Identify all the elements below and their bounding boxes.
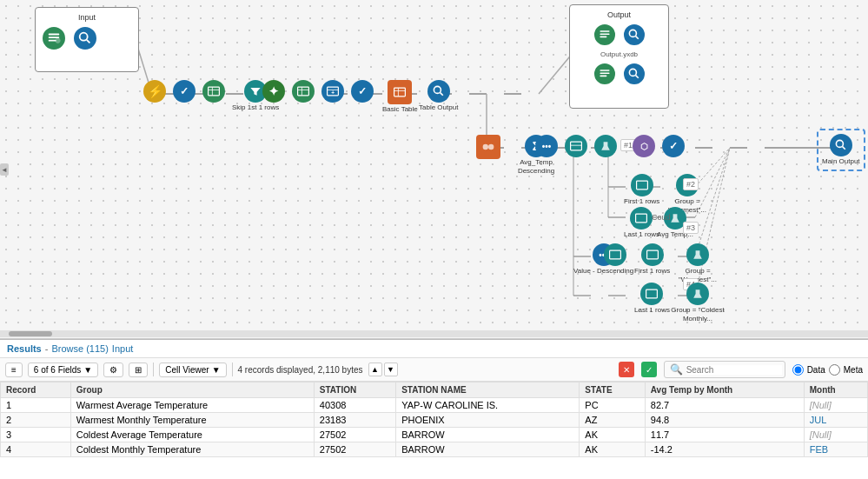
table-cell: 82.7 <box>645 398 804 413</box>
lab-node-4[interactable]: Group = "Warmest"... <box>667 243 728 283</box>
data-radio[interactable] <box>792 364 804 376</box>
svg-rect-64 <box>298 87 309 96</box>
table-cell: PC <box>580 398 645 413</box>
select-node-2[interactable] <box>604 243 626 266</box>
table-row: 4Coldest Monthly Temperature27502BARROWA… <box>1 442 868 457</box>
last1-node-b[interactable]: Last 1 rows <box>634 283 670 315</box>
svg-rect-52 <box>600 33 609 35</box>
table-header-row: Record Group STATION STATION NAME STATE … <box>1 383 868 398</box>
canvas-scrollbar[interactable] <box>0 330 868 337</box>
last1-label-b: Last 1 rows <box>634 306 670 315</box>
results-toolbar: ≡ 6 of 6 Fields ▼ ⚙ ⊞ Cell Viewer ▼ 4 re… <box>0 358 868 382</box>
output-box-title: Output <box>575 10 663 19</box>
lab-node-5[interactable]: Group = "Coldest Monthly... <box>667 283 728 323</box>
search-box[interactable]: 🔍 <box>664 361 785 378</box>
menu-icon[interactable]: ≡ <box>5 363 23 377</box>
output-browse2-icon[interactable] <box>622 62 646 86</box>
meta-radio[interactable] <box>829 364 840 376</box>
check-node-right[interactable]: ✓ <box>662 135 685 157</box>
th-record: Record <box>1 383 71 398</box>
table-cell: AZ <box>580 413 645 428</box>
union-node[interactable] <box>476 135 500 159</box>
table-cell: 94.8 <box>645 413 804 428</box>
svg-rect-77 <box>571 142 582 150</box>
divider-1 <box>153 363 154 376</box>
fields-dropdown[interactable]: 6 of 6 Fields ▼ <box>28 363 98 377</box>
table-cell: 11.7 <box>645 428 804 442</box>
th-station-name: STATION NAME <box>396 383 580 398</box>
first1-label-b: First 1 rows <box>634 267 670 276</box>
table-node-1[interactable] <box>202 80 225 103</box>
table-node-2[interactable] <box>292 80 315 103</box>
svg-rect-61 <box>209 87 220 96</box>
nav-arrows: ▲ ▼ <box>368 363 398 376</box>
output-filename: Output.yxdb <box>575 50 663 58</box>
browse-node-top[interactable]: Table Output <box>419 80 458 112</box>
output-read2-icon[interactable] <box>593 62 617 86</box>
svg-rect-70 <box>394 88 406 96</box>
data-radio-group: Data Meta <box>792 364 863 376</box>
input-node-icon[interactable] <box>41 25 67 51</box>
trigger-node[interactable]: ⚡ <box>143 80 166 103</box>
scrollbar-thumb[interactable] <box>9 331 52 336</box>
lab-node-1[interactable] <box>594 135 617 157</box>
settings-icon[interactable]: ⚙ <box>103 363 123 377</box>
svg-rect-84 <box>646 250 658 259</box>
svg-line-50 <box>87 40 90 43</box>
down-arrow-btn[interactable]: ▼ <box>384 363 398 376</box>
search-input[interactable] <box>686 365 782 375</box>
last1-node-a[interactable]: Last 1 rows <box>624 207 659 239</box>
table-cell: 23183 <box>314 413 395 428</box>
orange-table-node[interactable]: Basic Table <box>382 80 418 114</box>
select-node[interactable] <box>565 135 587 157</box>
browse-icon-input[interactable] <box>72 25 98 51</box>
table-cell: BARROW <box>396 442 580 457</box>
svg-point-73 <box>434 86 441 93</box>
check-node-2[interactable]: ✓ <box>351 80 374 103</box>
multijoin-node[interactable]: ••• <box>535 135 558 157</box>
main-output-label: Main Output <box>822 157 860 166</box>
svg-point-76 <box>488 144 494 150</box>
svg-line-74 <box>440 93 442 96</box>
up-arrow-btn[interactable]: ▲ <box>368 363 382 376</box>
table-cell: 3 <box>1 428 71 442</box>
svg-rect-85 <box>646 289 658 298</box>
table-cell: Warmest Monthly Temperature <box>70 413 314 428</box>
copy-icon[interactable]: ⊞ <box>129 363 148 377</box>
clear-btn[interactable]: ✕ <box>619 362 634 377</box>
main-output-node[interactable]: Main Output <box>817 129 865 171</box>
input-box[interactable]: Input <box>35 7 139 72</box>
table-cell: -14.2 <box>645 442 804 457</box>
svg-point-49 <box>80 33 88 41</box>
output-read-icon[interactable] <box>593 23 617 47</box>
plus-table-node[interactable]: + <box>321 80 344 103</box>
th-station: STATION <box>314 383 395 398</box>
scroll-left-indicator[interactable]: ◄ <box>0 163 9 176</box>
formula-node[interactable]: ✦ <box>262 80 285 103</box>
table-cell: 27502 <box>314 428 395 442</box>
search-icon: 🔍 <box>670 363 683 376</box>
svg-rect-53 <box>600 37 606 38</box>
workflow-canvas[interactable]: Input Output Output.yxdb <box>0 0 868 339</box>
first1-node-a[interactable]: First 1 rows <box>624 174 659 206</box>
table-cell: YAP-W CAROLINE IS. <box>396 398 580 413</box>
th-state: STATE <box>580 383 645 398</box>
svg-line-60 <box>635 76 638 78</box>
output-browse-icon[interactable] <box>622 23 646 47</box>
results-header: Results - Browse (115) Input <box>0 340 868 358</box>
results-browse: Browse (115) <box>51 343 108 354</box>
confirm-btn[interactable]: ✓ <box>641 362 657 377</box>
purple-node[interactable]: ⬡ <box>633 135 655 157</box>
divider-2 <box>232 363 233 376</box>
table-row: 3Coldest Average Temperature27502BARROWA… <box>1 428 868 442</box>
svg-line-80 <box>842 147 845 150</box>
svg-point-79 <box>836 140 843 147</box>
table-cell: Warmest Average Temperature <box>70 398 314 413</box>
check-node-1[interactable]: ✓ <box>173 80 195 103</box>
output-box[interactable]: Output Output.yxdb <box>569 4 669 109</box>
cell-viewer-dropdown[interactable]: Cell Viewer ▼ <box>159 363 226 377</box>
first1-node-b[interactable]: First 1 rows <box>634 243 670 276</box>
svg-rect-83 <box>610 250 621 259</box>
table-cell: JUL <box>804 413 867 428</box>
table-cell: [Null] <box>804 398 867 413</box>
